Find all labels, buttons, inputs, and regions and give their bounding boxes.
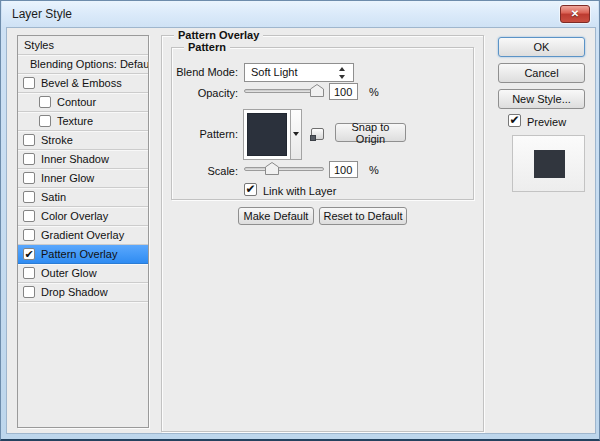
preview-label: Preview: [527, 116, 566, 128]
blend-mode-label: Blend Mode:: [156, 66, 238, 78]
sidebar-item-drop-shadow[interactable]: Drop Shadow: [18, 283, 148, 302]
layer-style-dialog: Layer Style ✕ Styles Blending Options: D…: [0, 0, 600, 441]
new-pattern-button[interactable]: [311, 128, 324, 140]
ok-label: OK: [534, 41, 550, 53]
check-icon: ✔: [509, 113, 519, 127]
new-style-button[interactable]: New Style...: [498, 89, 585, 109]
sidebar-checkbox[interactable]: [39, 115, 51, 127]
styles-panel: Styles Blending Options: DefaultBevel & …: [17, 35, 149, 428]
window-title: Layer Style: [12, 7, 72, 21]
opacity-label: Opacity:: [156, 87, 238, 99]
pattern-swatch[interactable]: [247, 113, 287, 156]
sidebar-checkbox[interactable]: [23, 134, 35, 146]
title-bar[interactable]: Layer Style ✕: [2, 1, 598, 27]
new-pattern-icon: [310, 135, 316, 141]
opacity-input[interactable]: [329, 83, 358, 100]
styles-list: Blending Options: DefaultBevel & EmbossC…: [18, 55, 148, 302]
updown-arrows-icon: [339, 67, 346, 79]
sidebar-item-label: Inner Shadow: [41, 153, 109, 165]
pattern-label: Pattern:: [156, 128, 238, 140]
scale-slider-thumb[interactable]: [265, 161, 279, 174]
ok-button[interactable]: OK: [498, 37, 585, 57]
sidebar-item-label: Gradient Overlay: [41, 229, 124, 241]
dropdown-arrow-icon: [293, 132, 299, 136]
sidebar-checkbox[interactable]: [23, 210, 35, 222]
dialog-body: Styles Blending Options: DefaultBevel & …: [6, 27, 596, 434]
sidebar-checkbox[interactable]: [23, 286, 35, 298]
sidebar-item-bevel-emboss[interactable]: Bevel & Emboss: [18, 74, 148, 93]
preview-thumbnail: [512, 135, 585, 192]
scale-unit: %: [369, 164, 379, 176]
link-with-layer-label: Link with Layer: [263, 185, 336, 197]
sidebar-checkbox[interactable]: [23, 229, 35, 241]
sidebar-item-stroke[interactable]: Stroke: [18, 131, 148, 150]
opacity-slider-thumb[interactable]: [310, 83, 324, 96]
preview-checkbox[interactable]: ✔: [508, 114, 521, 127]
opacity-unit: %: [369, 86, 379, 98]
scale-input[interactable]: [329, 161, 358, 178]
sidebar-item-pattern-overlay[interactable]: ✔Pattern Overlay: [18, 245, 148, 264]
sidebar-checkbox[interactable]: [23, 77, 35, 89]
styles-panel-header: Styles: [18, 36, 148, 55]
sidebar-item-label: Stroke: [41, 134, 73, 146]
sidebar-checkbox[interactable]: ✔: [23, 248, 35, 260]
link-with-layer-checkbox[interactable]: ✔: [244, 183, 257, 196]
sidebar-item-label: Pattern Overlay: [41, 248, 117, 260]
sidebar-item-label: Contour: [57, 96, 96, 108]
sidebar-checkbox[interactable]: [23, 172, 35, 184]
reset-to-default-label: Reset to Default: [324, 210, 403, 222]
sidebar-item-label: Bevel & Emboss: [41, 77, 122, 89]
sidebar-item-outer-glow[interactable]: Outer Glow: [18, 264, 148, 283]
sidebar-item-label: Blending Options: Default: [30, 58, 148, 70]
close-icon: ✕: [571, 8, 579, 19]
check-icon: ✔: [245, 182, 255, 196]
scale-slider-track[interactable]: [244, 167, 324, 171]
cancel-label: Cancel: [524, 67, 558, 79]
sidebar-item-gradient-overlay[interactable]: Gradient Overlay: [18, 226, 148, 245]
make-default-button[interactable]: Make Default: [238, 207, 314, 225]
sidebar-item-label: Outer Glow: [41, 267, 97, 279]
sidebar-item-satin[interactable]: Satin: [18, 188, 148, 207]
sidebar-item-blending-options-default[interactable]: Blending Options: Default: [18, 55, 148, 74]
sidebar-item-label: Color Overlay: [41, 210, 108, 222]
sidebar-checkbox[interactable]: [23, 153, 35, 165]
blend-mode-value: Soft Light: [251, 66, 297, 78]
sidebar-item-color-overlay[interactable]: Color Overlay: [18, 207, 148, 226]
pattern-picker-dropdown[interactable]: [290, 109, 302, 160]
blend-mode-select[interactable]: Soft Light: [244, 63, 354, 82]
preview-pattern-swatch: [534, 150, 565, 178]
sidebar-checkbox[interactable]: [39, 96, 51, 108]
sidebar-item-label: Drop Shadow: [41, 286, 108, 298]
cancel-button[interactable]: Cancel: [498, 63, 585, 83]
close-button[interactable]: ✕: [560, 5, 590, 23]
new-style-label: New Style...: [512, 93, 571, 105]
snap-to-origin-button[interactable]: Snap to Origin: [335, 123, 406, 142]
sidebar-item-label: Texture: [57, 115, 93, 127]
make-default-label: Make Default: [244, 210, 309, 222]
sidebar-checkbox[interactable]: [23, 267, 35, 279]
pattern-swatch-frame[interactable]: [243, 109, 291, 160]
styles-header-label: Styles: [24, 39, 54, 51]
sidebar-item-texture[interactable]: Texture: [18, 112, 148, 131]
reset-to-default-button[interactable]: Reset to Default: [319, 207, 407, 225]
pattern-subgroup-title: Pattern: [184, 40, 230, 54]
sidebar-item-label: Satin: [41, 191, 66, 203]
sidebar-item-label: Inner Glow: [41, 172, 94, 184]
snap-to-origin-label: Snap to Origin: [336, 121, 405, 145]
scale-label: Scale:: [156, 165, 238, 177]
sidebar-item-inner-glow[interactable]: Inner Glow: [18, 169, 148, 188]
sidebar-checkbox[interactable]: [23, 191, 35, 203]
sidebar-item-inner-shadow[interactable]: Inner Shadow: [18, 150, 148, 169]
sidebar-item-contour[interactable]: Contour: [18, 93, 148, 112]
